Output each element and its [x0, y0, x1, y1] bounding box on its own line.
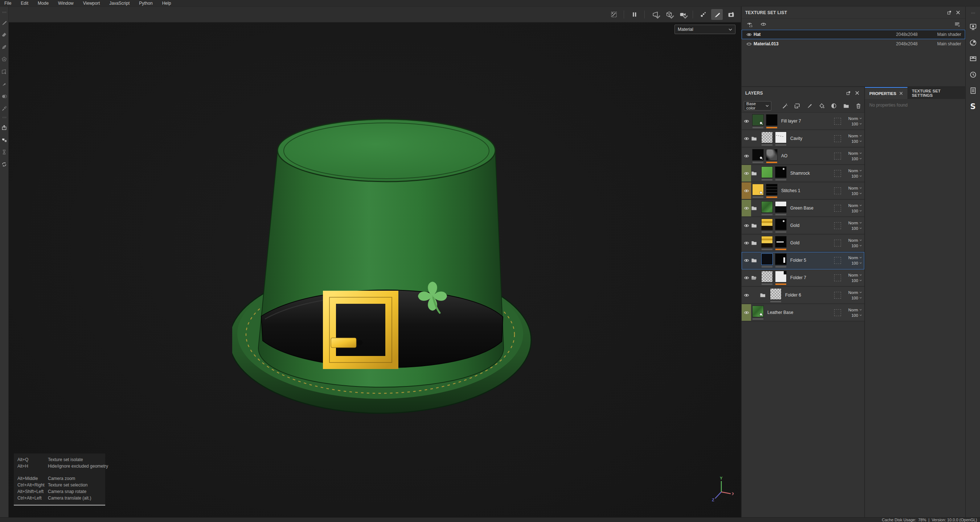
blend-mode-dropdown[interactable]: Norm: [844, 221, 862, 225]
eye-icon[interactable]: [741, 269, 751, 286]
layer-row[interactable]: GoldNorm100: [741, 217, 864, 235]
layer-name[interactable]: Folder 7: [790, 275, 806, 280]
pause-icon[interactable]: [628, 9, 640, 20]
fill-bucket-icon[interactable]: [818, 102, 826, 110]
layer-opacity-dropdown[interactable]: 100: [844, 278, 862, 283]
log-icon[interactable]: [968, 83, 978, 98]
blend-mode-dropdown[interactable]: Norm: [844, 273, 862, 277]
eye-icon[interactable]: [741, 182, 751, 199]
blend-preview-box[interactable]: [834, 170, 841, 177]
eye-icon[interactable]: [741, 217, 751, 234]
substance-logo-icon[interactable]: S: [968, 98, 978, 114]
folder-icon[interactable]: [751, 252, 759, 269]
folder-icon[interactable]: [751, 165, 759, 182]
tab-properties[interactable]: PROPERTIES: [865, 87, 907, 99]
blend-mode-dropdown[interactable]: Norm: [844, 168, 862, 173]
layer-row[interactable]: CavityNorm100: [741, 130, 864, 148]
clone-stamp-tool-icon[interactable]: [0, 90, 8, 102]
layer-row[interactable]: Fill layer 7Norm100: [741, 113, 864, 130]
layer-content-thumbnail[interactable]: [761, 271, 773, 282]
camera-video-icon[interactable]: [677, 9, 688, 20]
layer-mask-thumbnail[interactable]: [775, 167, 787, 178]
folder-icon[interactable]: [751, 200, 759, 216]
paint-brush-icon[interactable]: [711, 9, 723, 20]
menu-viewport[interactable]: Viewport: [83, 1, 100, 6]
texture-set-row[interactable]: Hat2048x2048Main shader: [741, 30, 965, 39]
layer-opacity-dropdown[interactable]: 100: [844, 261, 862, 265]
eye-icon[interactable]: [741, 113, 751, 129]
layer-mask-thumbnail[interactable]: [775, 271, 787, 282]
blend-preview-box[interactable]: [834, 257, 841, 264]
texture-set-shader[interactable]: Main shader: [918, 41, 961, 46]
eye-icon[interactable]: [744, 32, 754, 37]
add-fill-layer-icon[interactable]: [794, 102, 801, 110]
menu-window[interactable]: Window: [58, 1, 74, 6]
layer-row[interactable]: Folder 6Norm100: [741, 287, 864, 304]
eye-icon[interactable]: [741, 200, 751, 216]
folder-icon[interactable]: [760, 287, 768, 303]
export-icon[interactable]: [0, 121, 8, 133]
close-panel-icon[interactable]: [853, 89, 861, 97]
detach-panel-icon[interactable]: [844, 89, 853, 97]
toggle-all-visibility-icon[interactable]: [745, 20, 754, 28]
assets-icon[interactable]: [0, 133, 8, 146]
layer-content-thumbnail[interactable]: [761, 219, 773, 230]
layer-row[interactable]: GoldNorm100: [741, 235, 864, 252]
eye-icon[interactable]: [741, 287, 751, 303]
layer-row[interactable]: Folder 7Norm100: [741, 269, 864, 287]
eye-icon[interactable]: [741, 252, 751, 269]
detach-panel-icon[interactable]: [945, 9, 953, 17]
layer-name[interactable]: Fill layer 7: [781, 119, 801, 124]
layer-name[interactable]: Gold: [790, 240, 799, 246]
blend-mode-dropdown[interactable]: Norm: [844, 308, 862, 312]
menu-edit[interactable]: Edit: [21, 1, 28, 6]
texture-set-row[interactable]: Material.0132048x2048Main shader: [741, 39, 965, 49]
blend-preview-box[interactable]: [834, 205, 841, 212]
blend-mode-dropdown[interactable]: Norm: [844, 238, 862, 243]
layer-content-thumbnail[interactable]: [752, 114, 764, 126]
blend-mode-dropdown[interactable]: Norm: [844, 255, 862, 260]
layer-mask-thumbnail[interactable]: [775, 219, 787, 230]
layer-row[interactable]: Leather BaseNorm100: [741, 304, 864, 322]
close-icon[interactable]: [899, 91, 903, 95]
quick-mask-tool-icon[interactable]: [0, 65, 8, 78]
layer-name[interactable]: Green Base: [790, 206, 813, 211]
menu-python[interactable]: Python: [139, 1, 153, 6]
display-settings-icon[interactable]: [968, 19, 978, 35]
folder-icon[interactable]: [751, 235, 759, 251]
eye-icon[interactable]: [741, 235, 751, 251]
folder-open-icon[interactable]: [751, 269, 759, 286]
layer-opacity-dropdown[interactable]: 100: [844, 313, 862, 317]
dock-grip[interactable]: [971, 12, 975, 14]
blend-preview-box[interactable]: [834, 274, 841, 281]
particles-icon[interactable]: [697, 9, 709, 20]
projection-tool-icon[interactable]: [0, 41, 8, 53]
menu-javascript[interactable]: JavaScript: [109, 1, 129, 6]
blend-preview-box[interactable]: [834, 222, 841, 229]
layer-content-thumbnail[interactable]: [752, 149, 764, 160]
eye-hidden-icon[interactable]: [744, 41, 754, 47]
blend-preview-box[interactable]: [834, 292, 841, 299]
shelf-icon[interactable]: [968, 51, 978, 67]
viewport-shader-dropdown[interactable]: Material: [675, 25, 735, 34]
menu-mode[interactable]: Mode: [38, 1, 49, 6]
layer-name[interactable]: Cavity: [790, 136, 802, 141]
blend-mode-dropdown[interactable]: Norm: [844, 116, 862, 121]
blend-preview-box[interactable]: [834, 240, 841, 246]
close-panel-icon[interactable]: [953, 9, 962, 17]
blend-mode-dropdown[interactable]: Norm: [844, 290, 862, 295]
shader-ball-icon[interactable]: [968, 35, 978, 51]
layer-row[interactable]: Green BaseNorm100: [741, 200, 864, 217]
layer-mask-thumbnail[interactable]: [766, 184, 778, 195]
layer-row[interactable]: ShamrockNorm100: [741, 165, 864, 182]
blend-preview-box[interactable]: [834, 135, 841, 142]
layer-content-thumbnail[interactable]: [761, 167, 773, 178]
eye-icon[interactable]: [741, 130, 751, 147]
smudge-tool-icon[interactable]: [0, 78, 8, 90]
blend-preview-box[interactable]: [834, 152, 841, 160]
layer-mask-thumbnail[interactable]: [775, 253, 787, 265]
blend-mode-dropdown[interactable]: Norm: [844, 151, 862, 155]
layer-row[interactable]: Stitches 1Norm100: [741, 182, 864, 200]
resources-update-icon[interactable]: [0, 158, 8, 170]
layer-opacity-dropdown[interactable]: 100: [844, 296, 862, 300]
